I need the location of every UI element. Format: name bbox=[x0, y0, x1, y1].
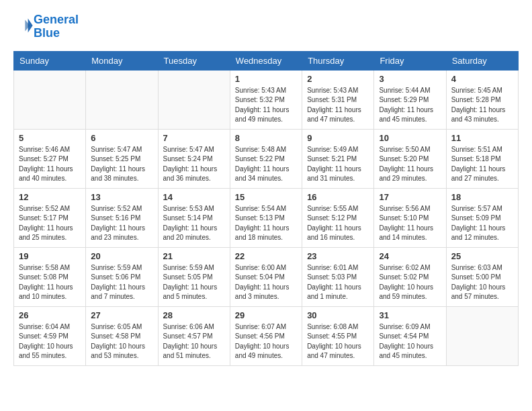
day-cell bbox=[14, 70, 86, 129]
day-cell bbox=[86, 70, 158, 129]
week-row-5: 26Sunrise: 6:04 AM Sunset: 4:59 PM Dayli… bbox=[14, 306, 519, 365]
day-info: Sunrise: 5:57 AM Sunset: 5:09 PM Dayligh… bbox=[451, 204, 513, 243]
day-number: 30 bbox=[307, 310, 369, 320]
day-info: Sunrise: 5:56 AM Sunset: 5:10 PM Dayligh… bbox=[379, 204, 441, 243]
day-number: 8 bbox=[235, 133, 297, 143]
day-cell: 27Sunrise: 6:05 AM Sunset: 4:58 PM Dayli… bbox=[86, 306, 158, 365]
week-row-1: 1Sunrise: 5:43 AM Sunset: 5:32 PM Daylig… bbox=[14, 70, 519, 129]
day-cell: 12Sunrise: 5:52 AM Sunset: 5:17 PM Dayli… bbox=[14, 188, 86, 247]
weekday-header-monday: Monday bbox=[86, 51, 158, 70]
day-cell: 10Sunrise: 5:50 AM Sunset: 5:20 PM Dayli… bbox=[374, 129, 446, 188]
weekday-header-saturday: Saturday bbox=[446, 51, 518, 70]
day-info: Sunrise: 5:47 AM Sunset: 5:24 PM Dayligh… bbox=[163, 145, 225, 184]
day-number: 16 bbox=[307, 192, 369, 202]
day-number: 18 bbox=[451, 192, 513, 202]
day-cell: 9Sunrise: 5:49 AM Sunset: 5:21 PM Daylig… bbox=[302, 129, 374, 188]
day-cell: 21Sunrise: 5:59 AM Sunset: 5:05 PM Dayli… bbox=[158, 247, 230, 306]
day-cell: 8Sunrise: 5:48 AM Sunset: 5:22 PM Daylig… bbox=[230, 129, 302, 188]
day-info: Sunrise: 5:52 AM Sunset: 5:16 PM Dayligh… bbox=[91, 204, 152, 243]
day-number: 10 bbox=[379, 133, 441, 143]
day-number: 31 bbox=[379, 310, 441, 320]
day-cell: 2Sunrise: 5:43 AM Sunset: 5:31 PM Daylig… bbox=[302, 70, 374, 129]
weekday-header-sunday: Sunday bbox=[14, 51, 86, 70]
day-number: 3 bbox=[379, 74, 441, 84]
week-row-4: 19Sunrise: 5:58 AM Sunset: 5:08 PM Dayli… bbox=[14, 247, 519, 306]
day-cell bbox=[158, 70, 230, 129]
day-cell: 7Sunrise: 5:47 AM Sunset: 5:24 PM Daylig… bbox=[158, 129, 230, 188]
day-info: Sunrise: 6:01 AM Sunset: 5:03 PM Dayligh… bbox=[307, 263, 369, 302]
day-info: Sunrise: 5:43 AM Sunset: 5:32 PM Dayligh… bbox=[235, 86, 297, 125]
day-number: 22 bbox=[235, 251, 297, 261]
day-number: 5 bbox=[19, 133, 81, 143]
day-cell: 17Sunrise: 5:56 AM Sunset: 5:10 PM Dayli… bbox=[374, 188, 446, 247]
day-cell: 26Sunrise: 6:04 AM Sunset: 4:59 PM Dayli… bbox=[14, 306, 86, 365]
day-number: 12 bbox=[19, 192, 81, 202]
day-number: 15 bbox=[235, 192, 297, 202]
week-row-2: 5Sunrise: 5:46 AM Sunset: 5:27 PM Daylig… bbox=[14, 129, 519, 188]
day-cell: 31Sunrise: 6:09 AM Sunset: 4:54 PM Dayli… bbox=[374, 306, 446, 365]
day-info: Sunrise: 5:49 AM Sunset: 5:21 PM Dayligh… bbox=[307, 145, 369, 184]
day-cell: 23Sunrise: 6:01 AM Sunset: 5:03 PM Dayli… bbox=[302, 247, 374, 306]
day-info: Sunrise: 5:44 AM Sunset: 5:29 PM Dayligh… bbox=[379, 86, 441, 125]
day-number: 7 bbox=[163, 133, 225, 143]
day-number: 6 bbox=[91, 133, 152, 143]
day-info: Sunrise: 6:06 AM Sunset: 4:57 PM Dayligh… bbox=[163, 322, 225, 361]
day-cell: 25Sunrise: 6:03 AM Sunset: 5:00 PM Dayli… bbox=[446, 247, 518, 306]
day-info: Sunrise: 5:47 AM Sunset: 5:25 PM Dayligh… bbox=[91, 145, 152, 184]
day-cell: 30Sunrise: 6:08 AM Sunset: 4:55 PM Dayli… bbox=[302, 306, 374, 365]
day-cell: 20Sunrise: 5:59 AM Sunset: 5:06 PM Dayli… bbox=[86, 247, 158, 306]
day-cell: 14Sunrise: 5:53 AM Sunset: 5:14 PM Dayli… bbox=[158, 188, 230, 247]
day-info: Sunrise: 6:03 AM Sunset: 5:00 PM Dayligh… bbox=[451, 263, 513, 302]
day-cell bbox=[446, 306, 518, 365]
day-cell: 29Sunrise: 6:07 AM Sunset: 4:56 PM Dayli… bbox=[230, 306, 302, 365]
page-header: GeneralBlue bbox=[13, 13, 519, 40]
day-number: 2 bbox=[307, 74, 369, 84]
day-number: 17 bbox=[379, 192, 441, 202]
weekday-header-row: SundayMondayTuesdayWednesdayThursdayFrid… bbox=[14, 51, 519, 70]
day-cell: 19Sunrise: 5:58 AM Sunset: 5:08 PM Dayli… bbox=[14, 247, 86, 306]
day-number: 23 bbox=[307, 251, 369, 261]
day-number: 4 bbox=[451, 74, 513, 84]
logo: GeneralBlue bbox=[13, 13, 79, 40]
day-number: 26 bbox=[19, 310, 81, 320]
day-info: Sunrise: 5:51 AM Sunset: 5:18 PM Dayligh… bbox=[451, 145, 513, 184]
weekday-header-thursday: Thursday bbox=[302, 51, 374, 70]
day-number: 21 bbox=[163, 251, 225, 261]
day-info: Sunrise: 5:59 AM Sunset: 5:05 PM Dayligh… bbox=[163, 263, 225, 302]
day-info: Sunrise: 5:59 AM Sunset: 5:06 PM Dayligh… bbox=[91, 263, 152, 302]
day-cell: 4Sunrise: 5:45 AM Sunset: 5:28 PM Daylig… bbox=[446, 70, 518, 129]
day-number: 20 bbox=[91, 251, 152, 261]
day-info: Sunrise: 5:58 AM Sunset: 5:08 PM Dayligh… bbox=[19, 263, 81, 302]
day-number: 28 bbox=[163, 310, 225, 320]
day-cell: 13Sunrise: 5:52 AM Sunset: 5:16 PM Dayli… bbox=[86, 188, 158, 247]
day-info: Sunrise: 5:45 AM Sunset: 5:28 PM Dayligh… bbox=[451, 86, 513, 125]
day-info: Sunrise: 5:46 AM Sunset: 5:27 PM Dayligh… bbox=[19, 145, 81, 184]
day-info: Sunrise: 5:52 AM Sunset: 5:17 PM Dayligh… bbox=[19, 204, 81, 243]
day-info: Sunrise: 5:53 AM Sunset: 5:14 PM Dayligh… bbox=[163, 204, 225, 243]
day-number: 27 bbox=[91, 310, 152, 320]
day-info: Sunrise: 6:00 AM Sunset: 5:04 PM Dayligh… bbox=[235, 263, 297, 302]
day-number: 11 bbox=[451, 133, 513, 143]
weekday-header-friday: Friday bbox=[374, 51, 446, 70]
day-number: 25 bbox=[451, 251, 513, 261]
day-info: Sunrise: 6:05 AM Sunset: 4:58 PM Dayligh… bbox=[91, 322, 152, 361]
calendar: SundayMondayTuesdayWednesdayThursdayFrid… bbox=[13, 51, 519, 366]
day-cell: 22Sunrise: 6:00 AM Sunset: 5:04 PM Dayli… bbox=[230, 247, 302, 306]
day-info: Sunrise: 5:43 AM Sunset: 5:31 PM Dayligh… bbox=[307, 86, 369, 125]
day-number: 1 bbox=[235, 74, 297, 84]
day-info: Sunrise: 6:07 AM Sunset: 4:56 PM Dayligh… bbox=[235, 322, 297, 361]
day-info: Sunrise: 5:48 AM Sunset: 5:22 PM Dayligh… bbox=[235, 145, 297, 184]
day-cell: 1Sunrise: 5:43 AM Sunset: 5:32 PM Daylig… bbox=[230, 70, 302, 129]
day-info: Sunrise: 6:02 AM Sunset: 5:02 PM Dayligh… bbox=[379, 263, 441, 302]
day-number: 13 bbox=[91, 192, 152, 202]
day-info: Sunrise: 6:04 AM Sunset: 4:59 PM Dayligh… bbox=[19, 322, 81, 361]
day-cell: 16Sunrise: 5:55 AM Sunset: 5:12 PM Dayli… bbox=[302, 188, 374, 247]
day-info: Sunrise: 6:08 AM Sunset: 4:55 PM Dayligh… bbox=[307, 322, 369, 361]
day-number: 19 bbox=[19, 251, 81, 261]
day-info: Sunrise: 5:55 AM Sunset: 5:12 PM Dayligh… bbox=[307, 204, 369, 243]
day-cell: 3Sunrise: 5:44 AM Sunset: 5:29 PM Daylig… bbox=[374, 70, 446, 129]
day-cell: 11Sunrise: 5:51 AM Sunset: 5:18 PM Dayli… bbox=[446, 129, 518, 188]
weekday-header-wednesday: Wednesday bbox=[230, 51, 302, 70]
day-number: 24 bbox=[379, 251, 441, 261]
day-number: 14 bbox=[163, 192, 225, 202]
